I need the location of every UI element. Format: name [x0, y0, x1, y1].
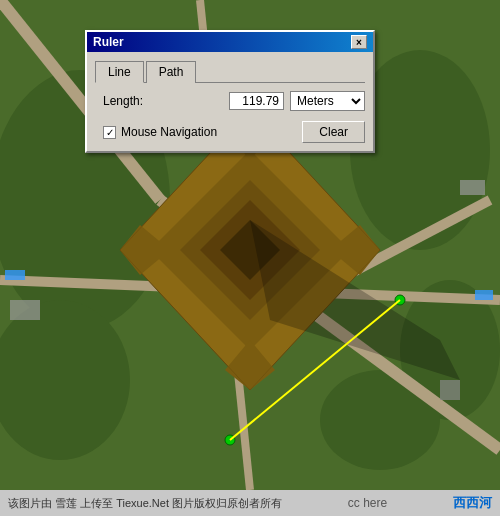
clear-button[interactable]: Clear [302, 121, 365, 143]
cc-here-label: cc here [348, 496, 387, 510]
unit-select[interactable]: Meters Feet Kilometers Miles [290, 91, 365, 111]
dialog-body: Line Path Length: 119.79 Meters Feet Kil… [87, 52, 373, 151]
svg-rect-29 [10, 300, 40, 320]
svg-rect-31 [440, 380, 460, 400]
tab-line[interactable]: Line [95, 61, 144, 83]
length-label: Length: [95, 94, 143, 108]
tab-path[interactable]: Path [146, 61, 197, 83]
dialog-close-button[interactable]: × [351, 35, 367, 49]
site-label: 西西河 [453, 494, 492, 512]
bottom-bar: 该图片由 雪莲 上传至 Tiexue.Net 图片版权归原创者所有 cc her… [0, 490, 500, 516]
ruler-dialog: Ruler × Line Path Length: 119.79 Meters … [85, 30, 375, 153]
mouse-nav-checkbox[interactable]: ✓ [103, 126, 116, 139]
svg-rect-30 [460, 180, 485, 195]
mouse-nav-label: Mouse Navigation [121, 125, 217, 139]
tabs-container: Line Path [95, 60, 365, 83]
length-value: 119.79 [229, 92, 284, 110]
svg-rect-32 [5, 270, 25, 280]
svg-rect-33 [475, 290, 493, 300]
dialog-titlebar: Ruler × [87, 32, 373, 52]
mouse-nav-left: ✓ Mouse Navigation [103, 125, 217, 139]
dialog-title: Ruler [93, 35, 124, 49]
credit-text: 该图片由 雪莲 上传至 Tiexue.Net 图片版权归原创者所有 [8, 496, 282, 511]
mouse-nav-row: ✓ Mouse Navigation Clear [95, 121, 365, 143]
length-row: Length: 119.79 Meters Feet Kilometers Mi… [95, 91, 365, 111]
svg-point-5 [320, 370, 440, 470]
